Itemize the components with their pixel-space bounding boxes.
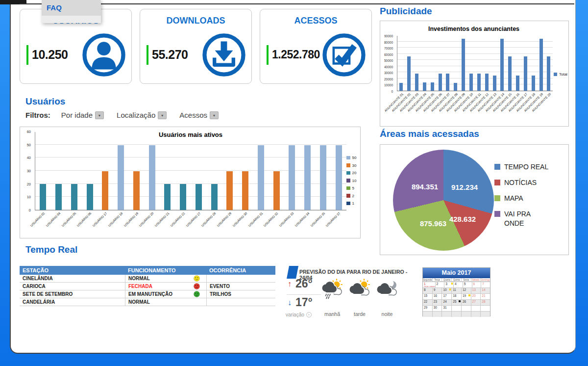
calendar-day-cell[interactable]: 20	[471, 293, 481, 299]
bar	[399, 83, 403, 91]
pie-slice-value: 894.351	[412, 183, 438, 191]
calendar-day-cell[interactable]: 6	[472, 282, 482, 288]
calendar-day-cell[interactable]: 29	[423, 305, 433, 311]
section-title-areas: Áreas mais acessadas	[380, 129, 479, 139]
stations-table: ESTAÇÃO FUNCIONAMENTO OCORRÊNCIA CINELÂN…	[20, 266, 275, 306]
bar	[524, 56, 527, 91]
calendar-day-cell[interactable]: 27	[471, 299, 481, 305]
calendar-weekday: Domingo	[481, 278, 490, 281]
legend-swatch	[494, 195, 500, 201]
calendar-day-cell[interactable]: 8	[423, 288, 433, 293]
calendar-day-cell[interactable]: 17	[442, 293, 452, 299]
calendar-day-cell[interactable]: 21	[481, 293, 490, 299]
calendar-weekday: Sexta	[462, 278, 471, 281]
filter-localizacao: Localização	[117, 111, 155, 119]
calendar-day-cell[interactable]: 9	[433, 288, 442, 293]
kpi-value: 55.270	[152, 48, 188, 62]
legend-item: 50	[346, 156, 356, 160]
kpi-card-downloads: DOWNLOADS 55.270	[140, 9, 252, 84]
kpi-accent-bar	[26, 45, 28, 65]
calendar-day-cell[interactable]: 4	[454, 282, 463, 288]
bar-slot: USUÁRIO 19	[129, 132, 145, 210]
bar-slot: ANUNCIANTE 15	[506, 36, 514, 91]
cell-estacao: CINELÂNDIA	[20, 275, 125, 282]
menu-item-faq[interactable]: FAQ	[42, 0, 101, 16]
calendar-day-cell[interactable]: 1Dia do Trabalho	[423, 282, 436, 288]
bar-slot: ANUNCIANTE 17	[522, 36, 530, 91]
calendar-day-cell	[481, 311, 490, 317]
x-axis-label: USUÁRIO 28	[201, 211, 217, 227]
filter-localizacao-dropdown-button[interactable]: ▼	[158, 111, 167, 119]
calendar-day-cell[interactable]: 10	[442, 288, 452, 293]
x-axis-label: USUÁRIO 22	[170, 211, 185, 227]
calendar-day-cell[interactable]: 11	[452, 288, 462, 293]
calendar-day-cell[interactable]: 30	[433, 305, 442, 311]
filter-acessos-dropdown-button[interactable]: ▼	[210, 111, 219, 119]
calendar-day-cell[interactable]: 19	[462, 293, 471, 299]
bar-slot: ANUNCIANTE 03	[413, 36, 421, 91]
x-axis-label: USUÁRIO 35	[310, 211, 325, 227]
bar	[102, 171, 108, 210]
calendar-day-cell[interactable]: 28	[481, 299, 490, 305]
legend-swatch	[346, 186, 350, 190]
period-label-tarde: tarde	[346, 311, 373, 317]
calendar-widget: Maio 2017 SegundaTerçaQuartaQuintaSextaS…	[422, 267, 490, 316]
calendar-day-cell[interactable]: 2	[436, 282, 445, 288]
y-axis-label: 90000	[384, 34, 393, 38]
calendar-day-cell[interactable]: 13	[471, 288, 481, 293]
calendar-day-cell[interactable]: 25	[452, 299, 462, 305]
chart-title: Usuários mais ativos	[35, 131, 346, 138]
bar-slot: ANUNCIANTE 08	[452, 36, 460, 91]
calendar-day-cell[interactable]: 26	[462, 299, 471, 305]
y-axis-label: 40	[27, 156, 31, 160]
temp-down-arrow-icon: ↓	[288, 298, 292, 307]
cell-estacao: CARIOCA	[20, 283, 125, 290]
x-axis-label: USUÁRIO 31	[247, 211, 263, 227]
bar	[196, 184, 202, 210]
x-axis-label: USUÁRIO 27	[185, 211, 201, 227]
bar	[415, 74, 418, 91]
bar-slot: USUÁRIO 06	[82, 132, 98, 210]
calendar-day-marker	[449, 288, 451, 290]
calendar-day-cell[interactable]: 5	[463, 282, 472, 288]
cell-funcionamento: EM MANUTENÇÃO	[125, 290, 206, 298]
calendar-day-cell[interactable]: 3	[444, 282, 454, 288]
calendar-day-cell[interactable]: 7	[481, 282, 490, 288]
calendar-day-cell[interactable]: 24	[442, 299, 452, 305]
section-title-tempo-real: Tempo Real	[25, 244, 77, 255]
y-axis-label: 0	[391, 90, 393, 93]
calendar-day-cell[interactable]: 16	[433, 293, 442, 299]
bar	[55, 184, 62, 210]
bar-slot: USUÁRIO 27	[191, 132, 207, 210]
filter-por-idade-dropdown-button[interactable]: ▼	[95, 111, 104, 119]
legend-swatch	[494, 180, 500, 185]
calendar-day-cell[interactable]: 12	[462, 288, 471, 293]
calendar-day-cell[interactable]: 23	[433, 299, 442, 305]
check-icon	[321, 32, 367, 78]
bar-slot: ANUNCIANTE 01	[397, 36, 405, 91]
legend-label: 1	[352, 201, 354, 206]
legend-swatch	[554, 73, 557, 76]
calendar-day-cell[interactable]: 31	[442, 305, 452, 311]
x-axis-label: USUÁRIO 05	[61, 211, 76, 227]
chart-title: Investimentos dos anunciantes	[395, 26, 553, 32]
bar-slot: USUÁRIO 20	[144, 132, 160, 210]
bar-slot: USUÁRIO 04	[51, 132, 67, 210]
faq-dropdown-footer	[42, 16, 101, 23]
kpi-card-title: DOWNLOADS	[140, 16, 251, 26]
temp-high: 26°	[295, 277, 313, 290]
temp-up-arrow-icon: ↑	[288, 280, 292, 288]
variation-expand-icon[interactable]: ›	[306, 312, 312, 317]
calendar-day-cell[interactable]: 22	[423, 299, 433, 305]
calendar-day-cell[interactable]: 15	[423, 293, 433, 299]
y-axis: 0102030405060	[20, 132, 33, 210]
areas-chart-panel: 912.234428.632875.963894.351 TEMPO REALN…	[380, 144, 569, 255]
bar	[273, 171, 280, 210]
calendar-day-cell[interactable]: 18	[452, 293, 462, 299]
calendar-weekday-row: SegundaTerçaQuartaQuintaSextaSábadoDomin…	[423, 278, 490, 282]
bar-slot: ANUNCIANTE 14	[498, 36, 506, 91]
calendar-day-cell[interactable]: 14	[481, 288, 490, 293]
bar-slot: ANUNCIANTE 11	[475, 36, 483, 91]
sun-cloud-icon	[346, 278, 373, 302]
calendar-day-cell	[471, 311, 481, 317]
